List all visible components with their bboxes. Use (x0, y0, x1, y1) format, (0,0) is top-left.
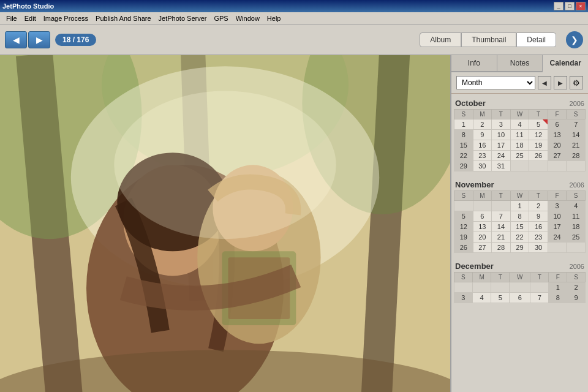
menu-file[interactable]: File (2, 13, 21, 23)
cal-day[interactable]: 23 (473, 151, 492, 161)
cal-day[interactable]: 6 (548, 119, 567, 130)
cal-day[interactable]: 15 (454, 140, 473, 151)
cal-day[interactable]: 21 (492, 232, 511, 243)
cal-day[interactable]: 1 (454, 119, 473, 130)
cal-day[interactable]: 4 (510, 119, 529, 130)
menu-edit[interactable]: Edit (21, 13, 40, 23)
cal-day[interactable]: 21 (567, 140, 586, 151)
cal-day[interactable]: 12 (454, 222, 473, 232)
cal-day[interactable]: 19 (454, 232, 473, 243)
titlebar: JetPhoto Studio _ □ × (0, 0, 588, 12)
cal-day[interactable]: 9 (567, 293, 586, 303)
cal-day[interactable]: 18 (567, 222, 586, 232)
cal-day[interactable]: 24 (548, 232, 567, 243)
photo-counter: 18 / 176 (55, 34, 96, 46)
menu-gps[interactable]: GPS (210, 13, 232, 23)
cal-day[interactable]: 29 (510, 243, 529, 253)
cal-day[interactable]: 8 (549, 293, 567, 303)
cal-day[interactable]: 1 (510, 201, 529, 211)
cal-day[interactable]: 8 (510, 211, 529, 222)
cal-day[interactable]: 28 (567, 151, 586, 161)
cal-day[interactable]: 10 (492, 130, 511, 140)
next-page-button[interactable]: ❯ (566, 31, 583, 48)
cal-day[interactable]: 16 (529, 222, 548, 232)
minimize-button[interactable]: _ (554, 2, 564, 10)
cal-day[interactable]: 27 (548, 151, 567, 161)
cal-day[interactable]: 3 (492, 119, 511, 130)
cal-day[interactable]: 5 (529, 119, 548, 130)
cal-day[interactable]: 10 (548, 211, 567, 222)
cal-day[interactable]: 23 (529, 232, 548, 243)
cal-day[interactable]: 5 (454, 211, 473, 222)
cal-day[interactable]: 9 (473, 130, 492, 140)
tab-thumbnail[interactable]: Thumbnail (461, 32, 516, 47)
cal-day[interactable]: 26 (454, 243, 473, 253)
close-button[interactable]: × (576, 2, 586, 10)
cal-day[interactable]: 24 (492, 151, 511, 161)
cal-day[interactable]: 2 (529, 201, 548, 211)
cal-day[interactable]: 29 (454, 161, 473, 172)
cal-day[interactable]: 16 (473, 140, 492, 151)
cal-day[interactable]: 20 (548, 140, 567, 151)
maximize-button[interactable]: □ (565, 2, 575, 10)
tab-album[interactable]: Album (420, 32, 461, 47)
cal-day[interactable]: 6 (510, 293, 530, 303)
cal-day[interactable]: 4 (472, 293, 491, 303)
cal-day[interactable]: 17 (492, 140, 511, 151)
day-header-t1: T (492, 191, 511, 201)
menu-help[interactable]: Help (263, 13, 285, 23)
cal-day[interactable]: 2 (473, 119, 492, 130)
cal-day[interactable]: 22 (454, 151, 473, 161)
cal-day[interactable]: 17 (548, 222, 567, 232)
cal-day[interactable]: 19 (529, 140, 548, 151)
cal-settings-button[interactable]: ⚙ (570, 76, 583, 89)
day-header-s1: S (454, 110, 473, 119)
cal-day[interactable]: 7 (567, 119, 586, 130)
cal-day[interactable]: 27 (473, 243, 492, 253)
cal-day[interactable]: 1 (549, 282, 567, 293)
cal-day[interactable]: 8 (454, 130, 473, 140)
cal-day[interactable]: 28 (492, 243, 511, 253)
cal-next-button[interactable]: ▶ (554, 76, 567, 89)
cal-day[interactable]: 13 (548, 130, 567, 140)
cal-day[interactable]: 25 (567, 232, 586, 243)
menu-server[interactable]: JetPhoto Server (155, 13, 211, 23)
menu-image-process[interactable]: Image Process (40, 13, 92, 23)
cal-day[interactable]: 5 (491, 293, 510, 303)
cal-day[interactable]: 11 (567, 211, 586, 222)
tab-info[interactable]: Info (451, 55, 497, 71)
menu-publish[interactable]: Publish And Share (92, 13, 155, 23)
prev-button[interactable]: ◀ (5, 31, 27, 48)
cal-day[interactable]: 4 (567, 201, 586, 211)
view-mode-select[interactable]: Month Week Day (456, 76, 535, 89)
cal-day[interactable]: 31 (492, 161, 511, 172)
cal-day[interactable]: 26 (529, 151, 548, 161)
cal-day[interactable]: 7 (492, 211, 511, 222)
cal-day[interactable]: 14 (567, 130, 586, 140)
next-button[interactable]: ▶ (28, 31, 50, 48)
cal-day[interactable]: 30 (529, 243, 548, 253)
cal-day[interactable]: 20 (473, 232, 492, 243)
cal-day[interactable]: 3 (548, 201, 567, 211)
cal-day[interactable]: 25 (510, 151, 529, 161)
cal-day[interactable]: 2 (567, 282, 586, 293)
cal-day[interactable]: 18 (510, 140, 529, 151)
cal-day[interactable]: 22 (510, 232, 529, 243)
cal-day[interactable]: 11 (510, 130, 529, 140)
cal-day[interactable]: 15 (510, 222, 529, 232)
cal-day[interactable]: 9 (529, 211, 548, 222)
cal-day[interactable]: 7 (530, 293, 549, 303)
cal-day[interactable]: 13 (473, 222, 492, 232)
cal-day[interactable]: 14 (492, 222, 511, 232)
october-year: 2006 (570, 100, 584, 107)
cal-day[interactable]: 12 (529, 130, 548, 140)
tab-detail[interactable]: Detail (516, 32, 556, 47)
cal-day[interactable]: 30 (473, 161, 492, 172)
cal-prev-button[interactable]: ◀ (538, 76, 551, 89)
calendar-content: October 2006 S M T W T F S (451, 94, 588, 392)
menu-window[interactable]: Window (232, 13, 263, 23)
cal-day[interactable]: 6 (473, 211, 492, 222)
cal-day[interactable]: 3 (454, 293, 473, 303)
tab-notes[interactable]: Notes (497, 55, 543, 71)
tab-calendar[interactable]: Calendar (543, 55, 588, 72)
